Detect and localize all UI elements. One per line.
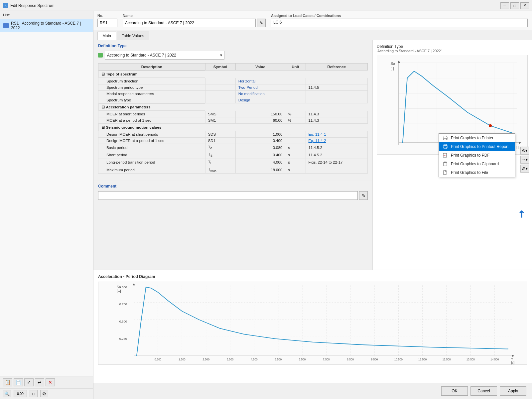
bottom-graph-title: Acceleration - Period Diagram bbox=[98, 274, 527, 279]
svg-text:Sa: Sa bbox=[117, 285, 121, 289]
table-row: ⊟ Type of spectrum bbox=[98, 70, 368, 78]
restore-button[interactable]: □ bbox=[510, 2, 519, 9]
row-desc: MCER at a period of 1 sec bbox=[98, 117, 205, 124]
table-row: Long-period transition period TL 4.000 s… bbox=[98, 159, 368, 166]
row-unit: s bbox=[285, 159, 306, 166]
list-item[interactable]: RS1 According to Standard - ASCE 7 | 202… bbox=[0, 19, 93, 32]
row-value[interactable]: Two-Period bbox=[235, 84, 285, 91]
row-unit: -- bbox=[285, 138, 306, 144]
svg-marker-51 bbox=[512, 355, 514, 357]
zoom-button[interactable]: ⊙▾ bbox=[520, 147, 529, 155]
menu-item-printer[interactable]: Print Graphics to Printer bbox=[439, 134, 515, 142]
comment-edit-button[interactable]: ✎ bbox=[359, 191, 368, 200]
undo-button[interactable]: ↩ bbox=[35, 378, 44, 386]
svg-text:10.500: 10.500 bbox=[394, 358, 403, 361]
col-unit: Unit bbox=[285, 64, 306, 70]
row-unit bbox=[285, 97, 306, 103]
title-bar-left: ✎ Edit Response Spectrum bbox=[3, 3, 55, 8]
comment-input[interactable] bbox=[98, 191, 358, 200]
row-desc: Basic period bbox=[98, 144, 205, 151]
tab-main[interactable]: Main bbox=[97, 32, 116, 40]
box-btn[interactable]: □ bbox=[30, 390, 38, 397]
row-symbol bbox=[205, 91, 235, 97]
svg-text:0.500: 0.500 bbox=[119, 320, 127, 323]
menu-item-file[interactable]: Print Graphics to File bbox=[439, 168, 515, 177]
menu-item-clipboard[interactable]: Print Graphics to Clipboard bbox=[439, 160, 515, 168]
cancel-button[interactable]: Cancel bbox=[470, 386, 497, 396]
svg-marker-14 bbox=[519, 142, 522, 144]
row-ref bbox=[306, 78, 368, 84]
collapse-icon[interactable]: ⊟ bbox=[101, 105, 105, 109]
close-button[interactable]: ✕ bbox=[520, 2, 529, 9]
name-input-wrapper: ✎ bbox=[123, 19, 266, 27]
minimize-button[interactable]: ─ bbox=[500, 2, 509, 9]
assigned-value: LC 6 bbox=[271, 19, 528, 27]
svg-text:2.500: 2.500 bbox=[202, 358, 209, 361]
row-unit bbox=[285, 91, 306, 97]
form-area: Definition Type According to Standard - … bbox=[93, 40, 373, 270]
row-value[interactable]: Design bbox=[235, 97, 285, 103]
table-row: Design MCER at short periods SDS 1.000 -… bbox=[98, 131, 368, 138]
row-value[interactable]: 150.00 bbox=[235, 111, 285, 117]
row-symbol: SD1 bbox=[205, 138, 235, 144]
clipboard-icon bbox=[442, 161, 448, 167]
ok-button[interactable]: OK bbox=[441, 386, 468, 396]
name-label: Name bbox=[123, 14, 266, 18]
tab-table-values[interactable]: Table Values bbox=[117, 32, 149, 40]
svg-point-16 bbox=[489, 124, 492, 127]
graph-toolbar: ⊙▾ ↔▾ 🖨▾ bbox=[520, 147, 529, 173]
table-row: ⊟ Acceleration parameters bbox=[98, 103, 368, 111]
row-desc: Short period bbox=[98, 151, 205, 159]
name-input[interactable] bbox=[123, 19, 256, 27]
context-menu: Print Graphics to Printer Print Graphics… bbox=[439, 133, 515, 177]
no-input[interactable] bbox=[97, 19, 117, 27]
pan-button[interactable]: ↔▾ bbox=[520, 156, 529, 164]
search-icon-btn[interactable]: 🔍 bbox=[3, 390, 11, 397]
print-button[interactable]: 🖨▾ bbox=[520, 165, 529, 173]
copy-button[interactable]: 📄 bbox=[14, 378, 23, 386]
row-ref[interactable]: Eq. 11.4-1 bbox=[306, 131, 368, 138]
row-unit: -- bbox=[285, 131, 306, 138]
printout-icon bbox=[442, 144, 448, 149]
row-symbol: T0 bbox=[205, 144, 235, 151]
svg-text:9.500: 9.500 bbox=[371, 358, 378, 361]
row-value[interactable]: 60.00 bbox=[235, 117, 285, 124]
svg-rect-21 bbox=[444, 138, 447, 140]
apply-button[interactable]: Apply bbox=[500, 386, 526, 396]
svg-text:5.500: 5.500 bbox=[275, 358, 282, 361]
blue-arrow-indicator: ↗ bbox=[515, 208, 528, 221]
params-table-wrapper: Description Symbol Value Unit Reference bbox=[93, 63, 372, 174]
row-value[interactable]: No modification bbox=[235, 91, 285, 97]
row-unit bbox=[285, 78, 306, 84]
svg-text:6.500: 6.500 bbox=[299, 358, 306, 361]
new-button[interactable]: 📋 bbox=[3, 378, 12, 386]
check-button[interactable]: ✓ bbox=[24, 378, 34, 386]
collapse-icon[interactable]: ⊟ bbox=[101, 125, 105, 130]
svg-text:[--]: [--] bbox=[117, 289, 121, 293]
row-value[interactable]: Horizontal bbox=[235, 78, 285, 84]
comment-input-wrapper: ✎ bbox=[98, 191, 368, 200]
collapse-icon[interactable]: ⊟ bbox=[101, 72, 105, 76]
svg-text:0.250: 0.250 bbox=[119, 337, 127, 340]
assigned-label: Assigned to Load Cases / Combinations bbox=[271, 14, 528, 18]
definition-select[interactable]: According to Standard - ASCE 7 | 2022 ▾ bbox=[105, 51, 224, 60]
settings-icon-btn[interactable]: ⚙ bbox=[40, 390, 48, 397]
row-unit: s bbox=[285, 166, 306, 173]
graph-subtitle: 'According to Standard - ASCE 7 | 2022' bbox=[377, 49, 528, 53]
row-desc: Maximum period bbox=[98, 166, 205, 173]
value-btn[interactable]: 0.00 bbox=[14, 390, 27, 397]
chevron-down-icon: ▾ bbox=[220, 53, 222, 58]
row-ref[interactable]: Eq. 11.4-2 bbox=[306, 138, 368, 144]
row-desc: Design MCER at a period of 1 sec bbox=[98, 138, 205, 144]
list-item-label: RS1 According to Standard - ASCE 7 | 202… bbox=[11, 21, 90, 30]
menu-item-printout[interactable]: Print Graphics to Printout Report bbox=[439, 142, 515, 151]
row-symbol bbox=[205, 84, 235, 91]
name-edit-button[interactable]: ✎ bbox=[257, 19, 266, 27]
svg-text:12.500: 12.500 bbox=[442, 358, 451, 361]
spectrum-icon bbox=[3, 23, 9, 28]
svg-text:11.500: 11.500 bbox=[418, 358, 427, 361]
menu-item-pdf[interactable]: PDF Print Graphics to PDF bbox=[439, 151, 515, 160]
title-bar-controls: ─ □ ✕ bbox=[500, 2, 529, 9]
table-row: Spectrum direction Horizontal bbox=[98, 78, 368, 84]
delete-button[interactable]: ✕ bbox=[46, 378, 55, 386]
